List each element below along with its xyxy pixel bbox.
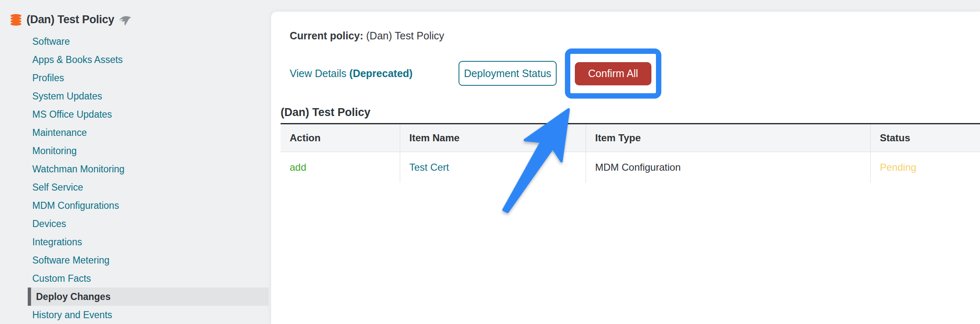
column-header-status: Status	[870, 124, 980, 152]
table-row: add Test Cert MDM Configuration Pending	[281, 152, 980, 183]
cell-status: Pending	[870, 152, 980, 183]
view-details-deprecated-text: (Deprecated)	[349, 68, 413, 79]
sidebar-header: (Dan) Test Policy	[10, 13, 132, 26]
view-details-text: View Details	[290, 68, 346, 79]
sidebar-item-self-service[interactable]: Self Service	[0, 178, 271, 196]
sidebar-item-ms-office-updates[interactable]: MS Office Updates	[0, 105, 271, 123]
deploy-changes-table: Action Item Name Item Type Status add Te…	[281, 123, 980, 183]
cell-action: add	[281, 152, 400, 183]
sidebar-nav: Software Apps & Books Assets Profiles Sy…	[0, 32, 271, 324]
app-window: (Dan) Test Policy Software Apps & Books …	[0, 0, 980, 324]
sidebar-item-software[interactable]: Software	[0, 32, 271, 51]
confirm-all-button[interactable]: Confirm All	[575, 62, 651, 85]
sidebar-item-profiles[interactable]: Profiles	[0, 69, 271, 87]
deployment-status-button[interactable]: Deployment Status	[459, 61, 557, 86]
column-header-item-name: Item Name	[400, 124, 586, 152]
policy-title: (Dan) Test Policy	[26, 13, 114, 26]
sidebar-item-apps-books-assets[interactable]: Apps & Books Assets	[0, 51, 271, 69]
cell-item-name-link[interactable]: Test Cert	[400, 152, 586, 183]
sidebar-item-software-metering[interactable]: Software Metering	[0, 251, 271, 269]
database-icon	[10, 14, 22, 26]
policy-table-title: (Dan) Test Policy	[281, 106, 370, 119]
sidebar-item-maintenance[interactable]: Maintenance	[0, 123, 271, 142]
view-details-link[interactable]: View Details (Deprecated)	[290, 61, 413, 86]
sidebar-item-monitoring[interactable]: Monitoring	[0, 142, 271, 160]
current-policy-label: Current policy:	[290, 30, 363, 41]
sidebar: (Dan) Test Policy Software Apps & Books …	[0, 0, 271, 324]
sidebar-item-custom-facts[interactable]: Custom Facts	[0, 269, 271, 288]
sidebar-item-mdm-configurations[interactable]: MDM Configurations	[0, 196, 271, 215]
sidebar-item-watchman-monitoring[interactable]: Watchman Monitoring	[0, 160, 271, 178]
kiosk-bird-icon	[119, 14, 132, 26]
sidebar-item-system-updates[interactable]: System Updates	[0, 87, 271, 105]
column-header-item-type: Item Type	[586, 124, 870, 152]
current-policy-line: Current policy: (Dan) Test Policy	[290, 30, 444, 42]
annotation-highlight-box: Confirm All	[565, 48, 661, 99]
main-content-card: Current policy: (Dan) Test Policy View D…	[271, 12, 980, 324]
table-header-row: Action Item Name Item Type Status	[281, 124, 980, 152]
cell-item-type: MDM Configuration	[586, 152, 870, 183]
current-policy-value: (Dan) Test Policy	[366, 30, 444, 41]
sidebar-item-history-and-events[interactable]: History and Events	[0, 306, 271, 324]
column-header-action: Action	[281, 124, 400, 152]
sidebar-item-devices[interactable]: Devices	[0, 215, 271, 233]
sidebar-item-integrations[interactable]: Integrations	[0, 233, 271, 251]
sidebar-item-deploy-changes[interactable]: Deploy Changes	[28, 288, 269, 306]
